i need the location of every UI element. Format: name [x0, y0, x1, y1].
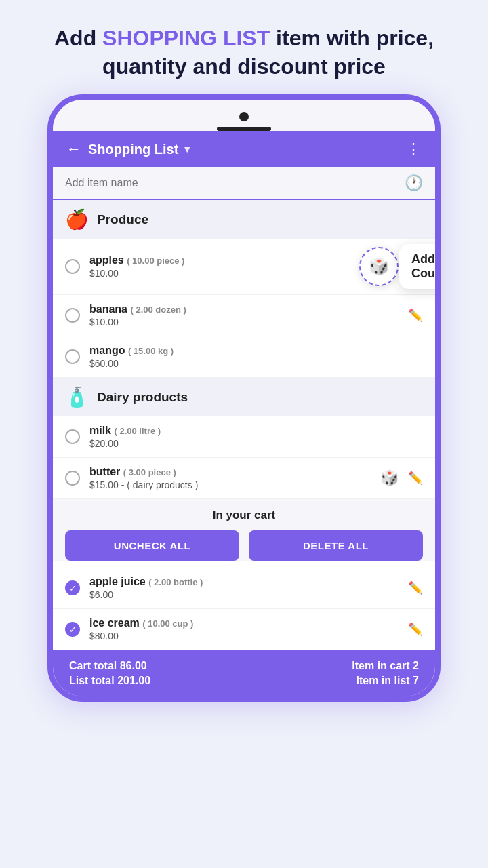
milk-price: $20.00 — [89, 438, 423, 449]
edit-butter-icon[interactable]: ✏️ — [408, 471, 423, 486]
list-total-text: List total 201.00 — [69, 675, 150, 687]
phone-top — [53, 100, 435, 131]
apples-name: apples ( 10.00 piece ) — [89, 254, 350, 267]
milk-checkbox[interactable] — [65, 429, 80, 444]
produce-section-header: 🍎 Produce — [53, 200, 435, 239]
apple-juice-name: apple juice ( 2.00 bottle ) — [89, 576, 399, 588]
list-item: mango ( 15.00 kg ) $60.00 — [53, 336, 435, 378]
banana-price: $10.00 — [89, 317, 399, 328]
item-in-list-label: Item in list — [357, 675, 410, 686]
dairy-title: Dairy products — [97, 390, 188, 405]
ice-cream-name: ice cream ( 10.00 cup ) — [89, 617, 399, 629]
header-line2: quantity and discount price — [102, 54, 386, 79]
mango-price: $60.00 — [89, 358, 423, 369]
milk-info: milk ( 2.00 litre ) $20.00 — [89, 425, 423, 449]
list-total-label: List total — [69, 675, 115, 686]
cart-total-value: 86.00 — [120, 660, 147, 671]
apple-juice-info: apple juice ( 2.00 bottle ) $6.00 — [89, 576, 399, 600]
item-in-cart-value: 2 — [413, 660, 419, 671]
butter-info: butter ( 3.00 piece ) $15.00 - ( dairy p… — [89, 466, 371, 490]
apple-juice-price: $6.00 — [89, 589, 399, 600]
bottom-bar: Cart total 86.00 List total 201.00 Item … — [53, 650, 435, 696]
mango-info: mango ( 15.00 kg ) $60.00 — [89, 344, 423, 369]
phone-speaker — [217, 127, 271, 131]
ice-cream-price: $80.00 — [89, 631, 399, 642]
cart-title: In your cart — [65, 509, 423, 522]
item-in-cart-text: Item in cart 2 — [352, 660, 419, 672]
list-item: ✓ apple juice ( 2.00 bottle ) $6.00 ✏️ — [53, 568, 435, 609]
ice-cream-info: ice cream ( 10.00 cup ) $80.00 — [89, 617, 399, 642]
cart-buttons: UNCHECK ALL DELETE ALL — [65, 530, 423, 561]
milk-name: milk ( 2.00 litre ) — [89, 425, 423, 437]
header-prefix: Add — [54, 26, 102, 50]
banana-name: banana ( 2.00 dozen ) — [89, 303, 399, 315]
list-item: ✓ ice cream ( 10.00 cup ) $80.00 ✏️ — [53, 609, 435, 650]
cart-section: In your cart UNCHECK ALL DELETE ALL — [53, 499, 435, 561]
delete-all-button[interactable]: DELETE ALL — [249, 530, 423, 561]
bottom-left: Cart total 86.00 List total 201.00 — [69, 660, 150, 687]
cart-total-text: Cart total 86.00 — [69, 660, 150, 672]
app-title: Shopping List ▼ — [88, 142, 399, 157]
list-total-value: 201.00 — [117, 675, 150, 686]
butter-meta: ( 3.00 piece ) — [123, 467, 176, 477]
mango-name: mango ( 15.00 kg ) — [89, 344, 423, 357]
page-header: Add SHOPPING LIST item with price, quant… — [0, 0, 488, 94]
apples-checkbox[interactable] — [65, 259, 80, 274]
banana-info: banana ( 2.00 dozen ) $10.00 — [89, 303, 399, 328]
banana-checkbox[interactable] — [65, 308, 80, 323]
apples-meta: ( 10.00 piece ) — [127, 256, 184, 266]
mango-meta: ( 15.00 kg ) — [128, 346, 174, 356]
butter-checkbox[interactable] — [65, 471, 80, 486]
item-in-cart-label: Item in cart — [352, 660, 409, 671]
content-area: 🍎 Produce apples ( 10.00 piece ) $10.00 … — [53, 200, 435, 650]
item-in-list-value: 7 — [413, 675, 419, 686]
phone-frame: ← Shopping List ▼ ⋮ 🕐 🍎 Produce apples (… — [47, 94, 441, 702]
dairy-icon: 🧴 — [65, 386, 89, 408]
banana-meta: ( 2.00 dozen ) — [130, 304, 186, 315]
butter-name: butter ( 3.00 piece ) — [89, 466, 371, 478]
add-item-input[interactable] — [65, 177, 405, 189]
bottom-right: Item in cart 2 Item in list 7 — [352, 660, 419, 687]
apple-juice-meta: ( 2.00 bottle ) — [148, 577, 203, 587]
add-item-row: 🕐 — [53, 167, 435, 200]
list-item: apples ( 10.00 piece ) $10.00 🎲 Add Offe… — [53, 239, 435, 295]
produce-title: Produce — [97, 212, 148, 227]
dice-icon: 🎲 — [369, 257, 389, 276]
app-title-text: Shopping List — [88, 142, 178, 157]
list-item: banana ( 2.00 dozen ) $10.00 ✏️ — [53, 295, 435, 336]
dairy-section-header: 🧴 Dairy products — [53, 378, 435, 416]
apples-info: apples ( 10.00 piece ) $10.00 — [89, 254, 350, 279]
uncheck-all-button[interactable]: UNCHECK ALL — [65, 530, 239, 561]
phone-camera — [239, 112, 249, 121]
header-suffix: item with price, — [270, 26, 434, 50]
more-menu-button[interactable]: ⋮ — [406, 140, 422, 158]
mango-checkbox[interactable] — [65, 349, 80, 364]
app-bar: ← Shopping List ▼ ⋮ — [53, 131, 435, 167]
cart-total-label: Cart total — [69, 660, 117, 671]
edit-ice-cream-icon[interactable]: ✏️ — [408, 622, 423, 637]
produce-icon: 🍎 — [65, 208, 89, 231]
butter-price: $15.00 - ( dairy products ) — [89, 479, 371, 490]
apple-juice-checkbox[interactable]: ✓ — [65, 580, 80, 595]
item-in-list-text: Item in list 7 — [357, 675, 419, 687]
edit-apple-juice-icon[interactable]: ✏️ — [408, 580, 423, 595]
header-highlight: SHOPPING LIST — [102, 26, 270, 50]
list-item: milk ( 2.00 litre ) $20.00 — [53, 416, 435, 458]
history-icon[interactable]: 🕐 — [405, 174, 423, 192]
back-button[interactable]: ← — [66, 140, 81, 158]
ice-cream-meta: ( 10.00 cup ) — [142, 618, 193, 629]
list-item: butter ( 3.00 piece ) $15.00 - ( dairy p… — [53, 458, 435, 499]
coupon-button-butter[interactable]: 🎲 — [380, 469, 399, 487]
cart-items: ✓ apple juice ( 2.00 bottle ) $6.00 ✏️ ✓… — [53, 568, 435, 650]
milk-meta: ( 2.00 litre ) — [114, 426, 161, 436]
offer-coupon-tooltip: Add OfferCoupon — [399, 244, 441, 289]
coupon-button-apples[interactable]: 🎲 — [359, 247, 399, 286]
apples-price: $10.00 — [89, 268, 350, 279]
title-chevron-icon[interactable]: ▼ — [182, 144, 192, 155]
ice-cream-checkbox[interactable]: ✓ — [65, 622, 80, 637]
edit-banana-icon[interactable]: ✏️ — [408, 308, 423, 323]
